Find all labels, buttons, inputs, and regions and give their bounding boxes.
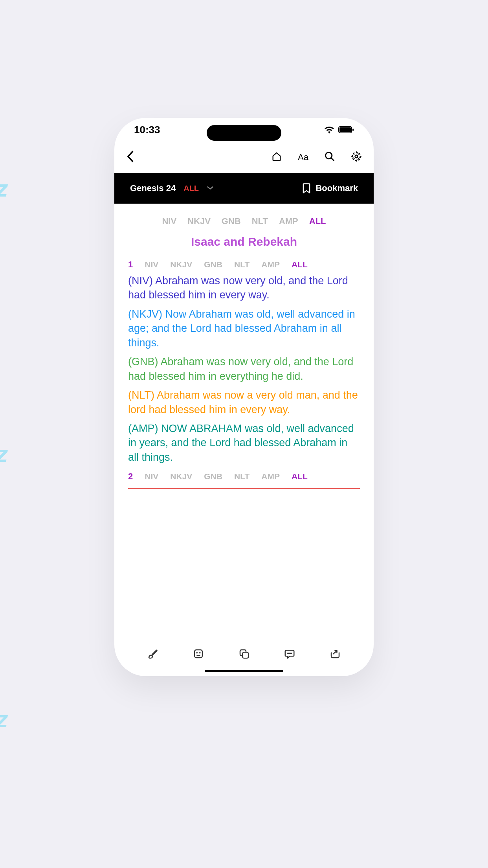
section-title: Isaac and Rebekah	[128, 235, 360, 248]
verse-version-nkjv[interactable]: NKJV	[170, 260, 192, 269]
bg-decoration: z	[0, 175, 8, 202]
verse-text-nlt[interactable]: (NLT) Abraham was now a very old man, an…	[128, 388, 360, 417]
verse-version-niv[interactable]: NIV	[145, 472, 158, 481]
verse-divider	[128, 488, 360, 489]
version-tab-all[interactable]: ALL	[309, 216, 326, 226]
verse-text-nkjv[interactable]: (NKJV) Now Abraham was old, well advance…	[128, 307, 360, 350]
version-tab-nkjv[interactable]: NKJV	[187, 216, 211, 226]
bg-decoration: z	[0, 706, 8, 733]
version-tab-gnb[interactable]: GNB	[222, 216, 241, 226]
chapter-version-selector[interactable]: ALL	[183, 184, 199, 193]
version-tabs-top: NIV NKJV GNB NLT AMP ALL	[128, 211, 360, 230]
bottom-toolbar	[114, 641, 374, 668]
verse-version-gnb[interactable]: GNB	[204, 260, 222, 269]
verse-number: 1	[128, 259, 133, 270]
font-size-button[interactable]: Aa	[298, 152, 308, 162]
verse-version-nkjv[interactable]: NKJV	[170, 472, 192, 481]
share-icon	[329, 648, 341, 660]
version-tab-niv[interactable]: NIV	[162, 216, 176, 226]
verse-text-niv[interactable]: (NIV) Abraham was now very old, and the …	[128, 274, 360, 302]
home-icon	[271, 151, 282, 162]
chapter-bar: Genesis 24 ALL Bookmark	[114, 173, 374, 204]
verse-version-all[interactable]: ALL	[292, 260, 308, 269]
settings-button[interactable]	[351, 151, 362, 164]
home-button[interactable]	[271, 151, 282, 164]
comment-button[interactable]	[284, 648, 295, 661]
version-tab-amp[interactable]: AMP	[279, 216, 298, 226]
svg-point-9	[199, 652, 201, 654]
svg-point-8	[196, 652, 198, 654]
search-button[interactable]	[324, 151, 335, 164]
highlight-button[interactable]	[147, 648, 159, 661]
copy-icon	[238, 648, 250, 660]
verse-header: 2 NIV NKJV GNB NLT AMP ALL	[128, 469, 360, 485]
search-icon	[324, 151, 335, 162]
svg-point-6	[352, 153, 361, 161]
verse-header: 1 NIV NKJV GNB NLT AMP ALL	[128, 257, 360, 274]
bookmark-button[interactable]: Bookmark	[302, 183, 358, 194]
svg-rect-7	[194, 650, 202, 658]
svg-line-4	[331, 158, 334, 161]
phone-frame: 10:33 Aa Genesis 24 ALL	[114, 118, 374, 676]
content-area: NIV NKJV GNB NLT AMP ALL Isaac and Rebek…	[114, 204, 374, 497]
verse-version-amp[interactable]: AMP	[261, 472, 280, 481]
svg-point-5	[355, 155, 358, 158]
chat-icon	[284, 648, 295, 660]
verse-version-gnb[interactable]: GNB	[204, 472, 222, 481]
nav-bar: Aa	[114, 142, 374, 173]
status-time: 10:33	[134, 124, 160, 136]
brush-icon	[147, 648, 159, 660]
version-tab-nlt[interactable]: NLT	[252, 216, 268, 226]
share-button[interactable]	[329, 648, 341, 661]
chevron-down-icon[interactable]	[207, 185, 214, 192]
phone-notch	[207, 125, 281, 141]
bookmark-icon	[302, 183, 311, 194]
wifi-icon	[324, 126, 334, 134]
chapter-title[interactable]: Genesis 24	[130, 183, 176, 193]
gear-icon	[351, 151, 362, 162]
verse-text-gnb[interactable]: (GNB) Abraham was now very old, and the …	[128, 355, 360, 383]
bookmark-label: Bookmark	[316, 183, 358, 193]
battery-icon	[338, 126, 354, 134]
verse-version-amp[interactable]: AMP	[261, 260, 280, 269]
verse-version-nlt[interactable]: NLT	[234, 472, 250, 481]
note-icon	[193, 648, 204, 660]
verse-version-niv[interactable]: NIV	[145, 260, 158, 269]
svg-rect-2	[352, 129, 354, 131]
svg-rect-11	[242, 652, 248, 658]
back-button[interactable]	[126, 151, 134, 164]
verse-number: 2	[128, 471, 133, 482]
home-indicator[interactable]	[205, 670, 283, 672]
copy-button[interactable]	[238, 648, 250, 661]
verse-version-nlt[interactable]: NLT	[234, 260, 250, 269]
verse-version-all[interactable]: ALL	[292, 472, 308, 481]
verse-text-amp[interactable]: (AMP) NOW ABRAHAM was old, well advanced…	[128, 421, 360, 464]
bg-decoration: z	[0, 440, 8, 467]
note-button[interactable]	[193, 648, 204, 661]
svg-rect-1	[339, 127, 351, 132]
